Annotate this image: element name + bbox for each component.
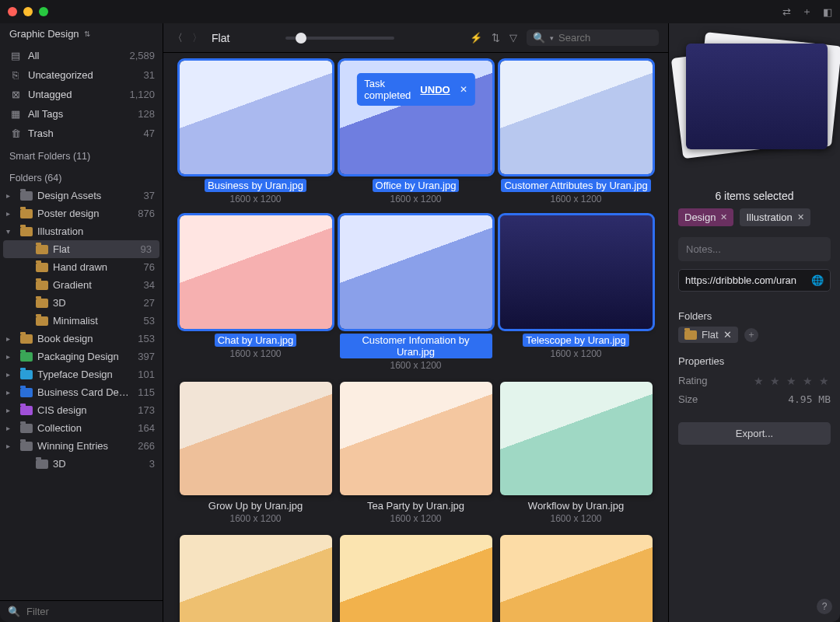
- sidebar-filter[interactable]: 🔍: [0, 600, 163, 622]
- folder-collection[interactable]: ▸ Collection 164: [0, 419, 163, 437]
- window-close[interactable]: [8, 7, 17, 16]
- folder-poster-design[interactable]: ▸ Poster design 876: [0, 204, 163, 222]
- disclosure-icon[interactable]: ▸: [6, 424, 16, 432]
- folder-cis-design[interactable]: ▸ CIS design 173: [0, 401, 163, 419]
- sidebar-smart-uncategorized[interactable]: ⎘ Uncategorized 31: [0, 65, 163, 85]
- breadcrumb[interactable]: Flat: [212, 32, 229, 44]
- folder-typeface-design[interactable]: ▸ Typeface Design 101: [0, 365, 163, 383]
- thumbnail-image[interactable]: [340, 215, 492, 329]
- window-minimize[interactable]: [23, 7, 33, 16]
- collection-switcher[interactable]: Graphic Design ⇅: [0, 23, 163, 46]
- sidebar-smart-all-tags[interactable]: ▦ All Tags 128: [0, 104, 163, 124]
- tag-chip-illustration[interactable]: Illustration✕: [740, 208, 810, 226]
- thumbnail-image[interactable]: [180, 61, 332, 174]
- folder-winning-entries[interactable]: ▸ Winning Entries 266: [0, 437, 163, 455]
- thumbnail-card[interactable]: Tea Party by Uran.jpg 1600 x 1200: [340, 382, 492, 524]
- search-field[interactable]: 🔍 ▾: [527, 30, 659, 46]
- thumbnail-image[interactable]: [500, 535, 653, 622]
- quick-action-icon[interactable]: ⚡: [470, 32, 482, 44]
- thumbnail-card[interactable]: Business by Uran.jpg 1600 x 1200: [180, 61, 332, 204]
- thumbnail-image[interactable]: [500, 382, 653, 495]
- folder-label: 3D: [53, 458, 145, 470]
- thumbnail-card[interactable]: [500, 535, 653, 622]
- remove-tag-icon[interactable]: ✕: [720, 212, 727, 222]
- thumbnail-card[interactable]: Customer Attributes by Uran.jpg 1600 x 1…: [500, 61, 653, 204]
- thumbnail-card[interactable]: Grow Up by Uran.jpg 1600 x 1200: [180, 382, 332, 524]
- folder-icon: [36, 281, 48, 290]
- disclosure-icon[interactable]: ▸: [6, 334, 16, 343]
- thumbnail-size-slider[interactable]: [285, 37, 394, 40]
- thumbnail-card[interactable]: Chat by Uran.jpg 1600 x 1200: [180, 215, 332, 371]
- close-icon[interactable]: ✕: [460, 84, 467, 95]
- help-button[interactable]: ?: [817, 599, 832, 614]
- folder-count: 153: [138, 333, 155, 344]
- folder-illustration[interactable]: ▾ Illustration: [0, 222, 163, 240]
- remove-tag-icon[interactable]: ✕: [797, 212, 804, 222]
- sort-icon[interactable]: ⇅: [492, 32, 500, 44]
- chevron-down-icon[interactable]: ▾: [550, 34, 554, 42]
- folder-3d[interactable]: 3D 27: [0, 294, 163, 312]
- sidebar-smart-untagged[interactable]: ⊠ Untagged 1,120: [0, 85, 163, 104]
- thumbnail-image[interactable]: [500, 215, 653, 329]
- sidebar-smart-all[interactable]: ▤ All 2,589: [0, 46, 163, 65]
- thumbnail-name: Chat by Uran.jpg: [215, 334, 297, 347]
- thumbnail-image[interactable]: [180, 382, 332, 495]
- folder-gradient[interactable]: Gradient 34: [0, 276, 163, 294]
- thumbnail-image[interactable]: [500, 61, 653, 174]
- swap-icon[interactable]: ⇄: [782, 5, 791, 19]
- thumbnail-card[interactable]: Telescope by Uran.jpg 1600 x 1200: [500, 215, 653, 371]
- disclosure-icon[interactable]: ▸: [6, 209, 16, 218]
- thumbnail-card[interactable]: Customer Infomation by Uran.jpg 1600 x 1…: [340, 215, 492, 371]
- disclosure-icon[interactable]: ▸: [6, 352, 16, 361]
- toggle-sidebar-icon[interactable]: ◧: [823, 5, 832, 19]
- thumbnail-image[interactable]: [340, 535, 492, 622]
- folder-flat[interactable]: Flat 93: [3, 240, 159, 258]
- folder-design-assets[interactable]: ▸ Design Assets 37: [0, 187, 163, 204]
- thumbnail-image[interactable]: [180, 215, 332, 329]
- remove-folder-icon[interactable]: ✕: [723, 329, 732, 341]
- disclosure-icon[interactable]: ▸: [6, 442, 16, 450]
- folders-header[interactable]: Folders (64): [0, 165, 163, 187]
- disclosure-icon[interactable]: ▸: [6, 191, 16, 200]
- add-icon[interactable]: ＋: [802, 5, 812, 19]
- folder-hand-drawn[interactable]: Hand drawn 76: [0, 258, 163, 276]
- folder-chip[interactable]: Flat ✕: [678, 327, 738, 343]
- thumbnail-image[interactable]: Task completed UNDO ✕: [340, 61, 492, 174]
- thumbnail-card[interactable]: [340, 535, 492, 622]
- thumbnail-image[interactable]: [180, 535, 332, 622]
- tag-chip-design[interactable]: Design✕: [678, 208, 733, 226]
- folder-chip-label: Flat: [702, 329, 719, 341]
- thumbnail-card[interactable]: [180, 535, 332, 622]
- count: 2,589: [129, 50, 155, 61]
- url-field[interactable]: https://dribbble.com/uran 🌐: [678, 269, 831, 292]
- globe-icon[interactable]: 🌐: [811, 274, 824, 286]
- disclosure-icon[interactable]: ▾: [6, 227, 16, 236]
- folder-minimalist[interactable]: Minimalist 53: [0, 312, 163, 330]
- thumbnail-name: Telescope by Uran.jpg: [523, 334, 629, 347]
- undo-button[interactable]: UNDO: [420, 84, 450, 96]
- rating-stars[interactable]: ★ ★ ★ ★ ★: [754, 375, 831, 387]
- folder-business-card-des-[interactable]: ▸ Business Card Des… 115: [0, 383, 163, 401]
- thumbnail-image[interactable]: [340, 382, 492, 495]
- thumbnail-card[interactable]: Task completed UNDO ✕ Office by Uran.jpg…: [340, 61, 492, 204]
- disclosure-icon[interactable]: ▸: [6, 370, 16, 379]
- folder-book-design[interactable]: ▸ Book design 153: [0, 330, 163, 348]
- folder-packaging-design[interactable]: ▸ Packaging Design 397: [0, 348, 163, 365]
- smart-folders-header[interactable]: Smart Folders (11): [0, 143, 163, 165]
- nav-back-icon[interactable]: 〈: [173, 31, 183, 45]
- search-input[interactable]: [558, 32, 669, 44]
- filter-input[interactable]: [26, 606, 157, 617]
- folder-3d[interactable]: 3D 3: [0, 455, 163, 473]
- nav-forward-icon[interactable]: 〉: [192, 31, 202, 45]
- export-button[interactable]: Export...: [678, 422, 831, 445]
- folder-icon: [20, 227, 33, 236]
- disclosure-icon[interactable]: ▸: [6, 406, 16, 414]
- sidebar-smart-trash[interactable]: 🗑 Trash 47: [0, 124, 163, 143]
- add-folder-button[interactable]: ＋: [744, 328, 758, 342]
- folder-count: 876: [138, 208, 155, 219]
- thumbnail-card[interactable]: Workflow by Uran.jpg 1600 x 1200: [500, 382, 653, 524]
- disclosure-icon[interactable]: ▸: [6, 388, 16, 397]
- filter-icon[interactable]: ▽: [509, 32, 517, 44]
- window-zoom[interactable]: [39, 7, 48, 16]
- notes-input[interactable]: Notes...: [678, 237, 831, 261]
